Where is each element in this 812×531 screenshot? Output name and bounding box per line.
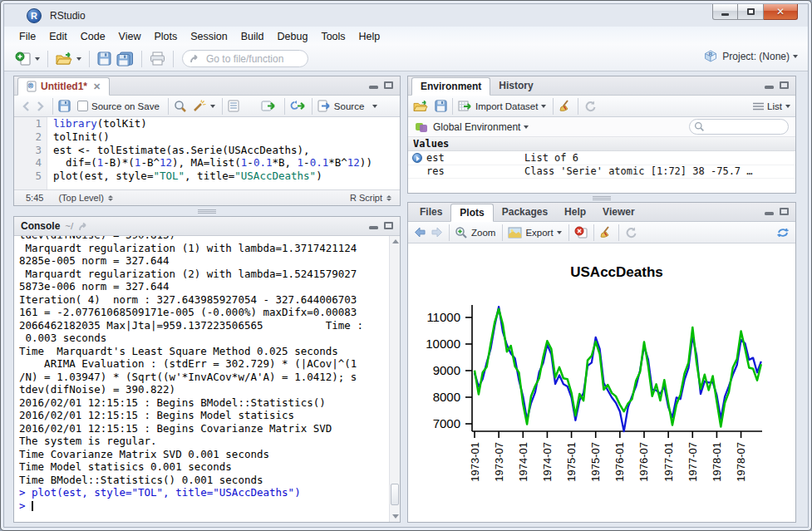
- pane-minimize-icon[interactable]: [369, 86, 378, 89]
- scroll-down-icon[interactable]: [392, 514, 399, 519]
- pane-minimize-icon[interactable]: [765, 86, 774, 89]
- remove-plot-icon[interactable]: [574, 226, 588, 238]
- expand-icon[interactable]: [412, 153, 422, 163]
- tab-packages[interactable]: Packages: [494, 203, 556, 221]
- import-dataset-icon[interactable]: [458, 101, 472, 112]
- clear-workspace-broom-icon[interactable]: [559, 100, 573, 113]
- main-toolbar: Go to file/function: [4, 47, 808, 71]
- next-plot-icon[interactable]: [431, 227, 444, 238]
- source-file-icon[interactable]: [317, 100, 331, 112]
- tab-plots[interactable]: Plots: [450, 204, 493, 222]
- environment-search-input[interactable]: [689, 119, 789, 135]
- pane-maximize-icon[interactable]: [384, 222, 393, 229]
- open-file-button[interactable]: [56, 52, 81, 66]
- zoom-plot-icon[interactable]: [455, 226, 468, 239]
- menu-plots[interactable]: Plots: [147, 31, 184, 42]
- menu-help[interactable]: Help: [352, 31, 387, 42]
- find-icon[interactable]: [174, 100, 187, 113]
- svg-text:R: R: [29, 83, 32, 88]
- zoom-label[interactable]: Zoom: [471, 228, 495, 238]
- previous-plot-icon[interactable]: [413, 227, 426, 238]
- code-line[interactable]: 1library(tolKit): [14, 117, 400, 130]
- run-icon[interactable]: [261, 100, 278, 112]
- plot-canvas[interactable]: USAccDeaths70008000900010000110001973-01…: [408, 243, 795, 522]
- new-file-icon: [15, 52, 32, 66]
- titlebar[interactable]: R RStudio ✕: [4, 4, 808, 27]
- back-icon[interactable]: [21, 101, 32, 111]
- code-line[interactable]: 2tolInit(): [14, 130, 400, 144]
- compile-report-icon[interactable]: [228, 100, 239, 112]
- refresh-plot-icon[interactable]: [624, 226, 637, 239]
- pane-maximize-icon[interactable]: [780, 208, 789, 215]
- rerun-icon[interactable]: [290, 100, 307, 112]
- code-line[interactable]: 3est <- tolEstimate(as.Serie(USAccDeaths…: [14, 144, 400, 157]
- code-line[interactable]: 4 dif=(1-B)*(1-B^12), MA=list(1-0.1*B, 1…: [14, 156, 400, 170]
- code-editor[interactable]: 1library(tolKit)2tolInit()3est <- tolEst…: [14, 117, 400, 191]
- horizontal-splitter[interactable]: [198, 209, 216, 214]
- source-caret-icon[interactable]: [372, 105, 377, 108]
- menu-code[interactable]: Code: [74, 31, 112, 42]
- pane-maximize-icon[interactable]: [384, 81, 393, 89]
- menu-edit[interactable]: Edit: [42, 31, 74, 42]
- clear-plots-broom-icon[interactable]: [599, 226, 613, 239]
- source-button-label[interactable]: Source: [334, 101, 364, 111]
- console-output-line: 2016/02/01 12:15:15 : Begins Covarianze …: [19, 422, 389, 435]
- code-line[interactable]: 5plot(est, style="TOL", title="USAccDeat…: [14, 170, 400, 183]
- tab-help[interactable]: Help: [556, 203, 594, 221]
- minimize-button[interactable]: [712, 4, 738, 20]
- console-output-line: Time Marquardt's Least Square Method 0.0…: [19, 345, 389, 358]
- pane-minimize-icon[interactable]: [369, 226, 378, 229]
- scrollbar-thumb[interactable]: [391, 484, 399, 505]
- source-on-save-checkbox[interactable]: [77, 101, 88, 111]
- source-pane: R Untitled1* ✕: [13, 76, 401, 206]
- horizontal-splitter[interactable]: [593, 196, 611, 200]
- load-workspace-icon[interactable]: [413, 100, 429, 113]
- print-button[interactable]: [150, 52, 165, 66]
- forward-icon[interactable]: [35, 101, 46, 111]
- environment-toolbar: Import Dataset List: [408, 96, 795, 117]
- list-view-selector[interactable]: List: [753, 101, 790, 111]
- environment-row-res[interactable]: resClass 'Serie' atomic [1:72] 38 -75.7 …: [408, 165, 795, 179]
- tab-history[interactable]: History: [490, 76, 541, 95]
- import-dataset-label[interactable]: Import Dataset: [475, 101, 538, 111]
- menu-debug[interactable]: Debug: [271, 31, 315, 42]
- menu-view[interactable]: View: [112, 31, 148, 42]
- new-file-button[interactable]: [15, 52, 40, 66]
- scroll-up-icon[interactable]: [392, 239, 399, 243]
- console-scrollbar[interactable]: [389, 236, 400, 522]
- export-caret-icon: [557, 231, 562, 234]
- project-selector[interactable]: R Project: (None): [704, 50, 798, 62]
- menu-session[interactable]: Session: [184, 31, 234, 42]
- goto-file-input[interactable]: Go to file/function: [182, 50, 308, 67]
- refresh-icon[interactable]: [583, 100, 597, 113]
- publish-button[interactable]: [775, 227, 790, 238]
- svg-text:9000: 9000: [433, 363, 460, 377]
- console-popout-icon[interactable]: [78, 222, 90, 231]
- export-label[interactable]: Export: [525, 228, 553, 238]
- menu-tools[interactable]: Tools: [314, 31, 352, 42]
- scope-caret-icon[interactable]: [524, 125, 529, 129]
- console-output[interactable]: tdev(difNoise) = 390.813) Marquardt regu…: [14, 236, 389, 522]
- tab-viewer[interactable]: Viewer: [594, 203, 642, 221]
- save-icon-small[interactable]: [58, 100, 71, 112]
- menu-build[interactable]: Build: [234, 31, 271, 42]
- pane-minimize-icon[interactable]: [765, 212, 774, 215]
- console-path[interactable]: ~/: [65, 221, 73, 231]
- scope-selector[interactable]: (Top Level): [58, 193, 112, 203]
- tab-files[interactable]: Files: [411, 203, 450, 221]
- pane-maximize-icon[interactable]: [780, 81, 789, 89]
- tab-untitled1[interactable]: R Untitled1* ✕: [17, 77, 110, 96]
- doc-type-selector[interactable]: R Script: [350, 193, 391, 203]
- environment-scope-label[interactable]: Global Environment: [433, 121, 520, 133]
- code-tools-wand-icon[interactable]: [192, 100, 207, 113]
- environment-row-est[interactable]: estList of 6: [408, 151, 795, 165]
- save-all-button[interactable]: [116, 52, 134, 66]
- close-button[interactable]: ✕: [764, 4, 798, 20]
- maximize-button[interactable]: [738, 4, 764, 20]
- menu-file[interactable]: File: [12, 31, 42, 42]
- tab-close-icon[interactable]: ✕: [93, 78, 101, 96]
- save-workspace-icon[interactable]: [435, 100, 447, 112]
- save-button[interactable]: [97, 52, 111, 66]
- tab-environment[interactable]: Environment: [411, 77, 490, 96]
- export-plot-icon[interactable]: [508, 227, 522, 238]
